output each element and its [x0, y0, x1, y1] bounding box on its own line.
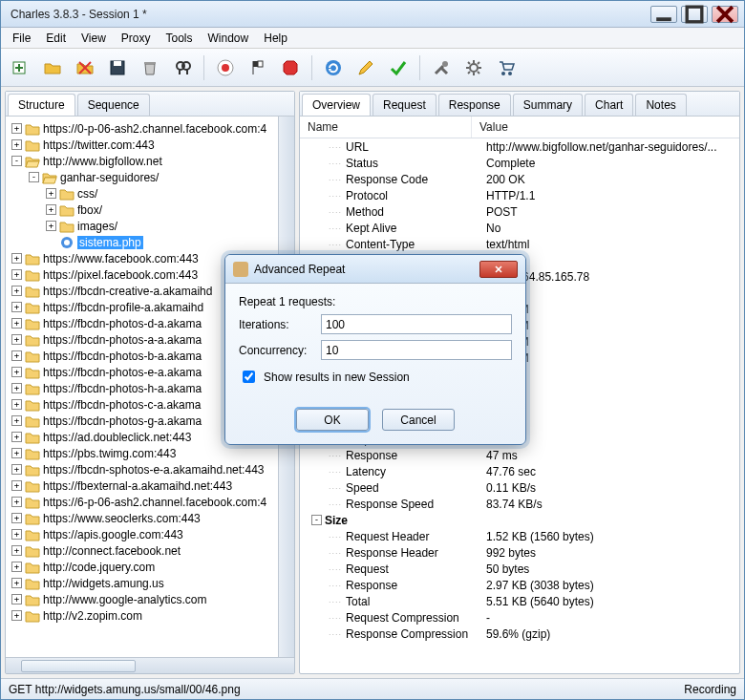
tree-toggle-icon[interactable]: + — [11, 578, 22, 588]
tab-summary[interactable]: Summary — [513, 94, 583, 116]
tree-toggle-icon[interactable]: + — [11, 464, 22, 475]
maximize-button[interactable] — [681, 6, 708, 23]
tree-toggle-icon[interactable]: + — [11, 497, 22, 507]
group-toggle-icon[interactable]: - — [311, 515, 322, 525]
tree-toggle-icon[interactable]: + — [11, 253, 22, 264]
tree-toggle-icon[interactable]: + — [11, 302, 22, 312]
close-button[interactable] — [712, 6, 738, 23]
flags-button[interactable] — [245, 54, 271, 81]
menu-edit[interactable]: Edit — [38, 30, 74, 47]
tree-toggle-icon[interactable]: + — [11, 513, 22, 523]
tree-toggle-icon[interactable]: + — [11, 383, 22, 393]
iterations-input[interactable] — [321, 314, 512, 334]
menu-help[interactable]: Help — [256, 30, 295, 47]
dialog-close-button[interactable] — [479, 261, 518, 278]
tree-toggle-icon[interactable]: + — [11, 610, 22, 621]
tree-item[interactable]: +https://pbs.twimg.com:443 — [8, 445, 276, 461]
tree-toggle-icon[interactable]: + — [11, 448, 22, 458]
tree-toggle-icon[interactable]: + — [11, 480, 22, 491]
tree-toggle-icon[interactable]: + — [11, 367, 22, 377]
tree-toggle-icon[interactable]: + — [46, 204, 56, 215]
open-button[interactable] — [39, 54, 66, 81]
tree-item[interactable]: +https://6-p-06-ash2.channel.facebook.co… — [8, 494, 276, 510]
tab-request[interactable]: Request — [372, 94, 436, 116]
tree-item[interactable]: +https://apis.google.com:443 — [8, 526, 276, 542]
details-row[interactable]: ····StatusComplete — [300, 155, 739, 171]
tree-hscroll[interactable] — [6, 657, 294, 673]
menu-view[interactable]: View — [74, 30, 114, 47]
details-row[interactable]: ····Request50 bytes — [300, 561, 739, 577]
details-row[interactable]: ····Response47 ms — [300, 447, 739, 463]
tools-button[interactable] — [428, 54, 455, 81]
menu-tools[interactable]: Tools — [159, 30, 201, 47]
check-button[interactable] — [385, 54, 412, 81]
details-row[interactable]: ····Response Speed83.74 KB/s — [300, 496, 739, 512]
tab-response[interactable]: Response — [438, 94, 511, 116]
tree-item[interactable]: +http://v2.zopim.com — [8, 607, 276, 624]
details-row[interactable]: ····Response2.97 KB (3038 bytes) — [300, 577, 739, 593]
record-button[interactable] — [212, 54, 239, 81]
details-row[interactable]: ····Request Header1.52 KB (1560 bytes) — [300, 528, 739, 544]
details-row[interactable]: ····MethodPOST — [300, 203, 739, 220]
details-row[interactable]: ····Speed0.11 KB/s — [300, 479, 739, 496]
tree-item[interactable]: +https://twitter.com:443 — [8, 137, 276, 153]
tab-notes[interactable]: Notes — [635, 94, 686, 116]
tab-structure[interactable]: Structure — [8, 94, 75, 116]
tab-overview[interactable]: Overview — [302, 94, 371, 116]
details-row[interactable]: ····Kept AliveNo — [300, 220, 739, 236]
stop-button[interactable] — [277, 54, 304, 81]
tree-toggle-icon[interactable]: + — [11, 350, 22, 361]
details-row[interactable]: ····URLhttp://www.bigfollow.net/ganhar-s… — [300, 138, 739, 155]
details-row[interactable]: ····ProtocolHTTP/1.1 — [300, 187, 739, 203]
tree-item[interactable]: +fbox/ — [8, 202, 276, 218]
tree-item[interactable]: +http://widgets.amung.us — [8, 575, 276, 591]
cart-button[interactable] — [493, 54, 520, 81]
tree-toggle-icon[interactable]: + — [11, 399, 22, 410]
ok-button[interactable]: OK — [296, 409, 369, 431]
tree-toggle-icon[interactable]: + — [11, 334, 22, 345]
tree-toggle-icon[interactable]: + — [11, 545, 22, 556]
details-row[interactable]: ····Response Header992 bytes — [300, 544, 739, 561]
tree-item[interactable]: +https://fbexternal-a.akamaihd.net:443 — [8, 477, 276, 494]
tree-item[interactable]: +images/ — [8, 218, 276, 234]
save-button[interactable] — [104, 54, 131, 81]
details-row[interactable]: ····Response Code200 OK — [300, 171, 739, 187]
edit-button[interactable] — [352, 54, 379, 81]
tree-toggle-icon[interactable]: + — [11, 432, 22, 442]
trash-button[interactable] — [137, 54, 163, 81]
tree-toggle-icon[interactable]: + — [46, 221, 56, 231]
menu-window[interactable]: Window — [201, 30, 257, 47]
tab-chart[interactable]: Chart — [585, 94, 633, 116]
settings-button[interactable] — [460, 54, 487, 81]
details-row[interactable]: ····Total5.51 KB (5640 bytes) — [300, 593, 739, 609]
tree-toggle-icon[interactable]: + — [11, 415, 22, 426]
details-row[interactable]: ····Latency47.76 sec — [300, 463, 739, 479]
tree-item[interactable]: -ganhar-seguidores/ — [8, 169, 276, 185]
tree-toggle-icon[interactable]: + — [11, 529, 22, 540]
tree-item[interactable]: +css/ — [8, 185, 276, 202]
tree-item[interactable]: +http://www.google-analytics.com — [8, 591, 276, 607]
tree-item[interactable]: +https://www.seoclerks.com:443 — [8, 510, 276, 526]
tree-item[interactable]: sistema.php — [8, 234, 276, 250]
details-row[interactable]: ····Response Compression59.6% (gzip) — [300, 626, 739, 642]
minimize-button[interactable] — [650, 6, 677, 23]
tree-toggle-icon[interactable]: + — [11, 594, 22, 605]
tree-item[interactable]: -http://www.bigfollow.net — [8, 153, 276, 169]
details-row[interactable]: -Size — [300, 512, 739, 528]
tree-toggle-icon[interactable]: + — [11, 318, 22, 329]
tree-toggle-icon[interactable]: + — [11, 286, 22, 296]
tree-toggle-icon[interactable]: + — [11, 139, 22, 150]
find-button[interactable] — [169, 54, 196, 81]
details-row[interactable]: ····Request Compression- — [300, 609, 739, 626]
tree-toggle-icon[interactable]: + — [46, 188, 56, 199]
cancel-button[interactable]: Cancel — [382, 409, 455, 431]
new-session-checkbox[interactable] — [243, 371, 255, 383]
tree-item[interactable]: +http://connect.facebook.net — [8, 542, 276, 559]
tree-toggle-icon[interactable]: - — [11, 156, 22, 166]
tree-item[interactable]: +https://0-p-06-ash2.channel.facebook.co… — [8, 120, 276, 137]
tree-item[interactable]: +http://code.jquery.com — [8, 559, 276, 575]
details-row[interactable]: ····Content-Typetext/html — [300, 236, 739, 252]
menu-file[interactable]: File — [5, 30, 38, 47]
tree-item[interactable]: +https://fbcdn-sphotos-e-a.akamaihd.net:… — [8, 461, 276, 477]
concurrency-input[interactable] — [321, 340, 512, 360]
